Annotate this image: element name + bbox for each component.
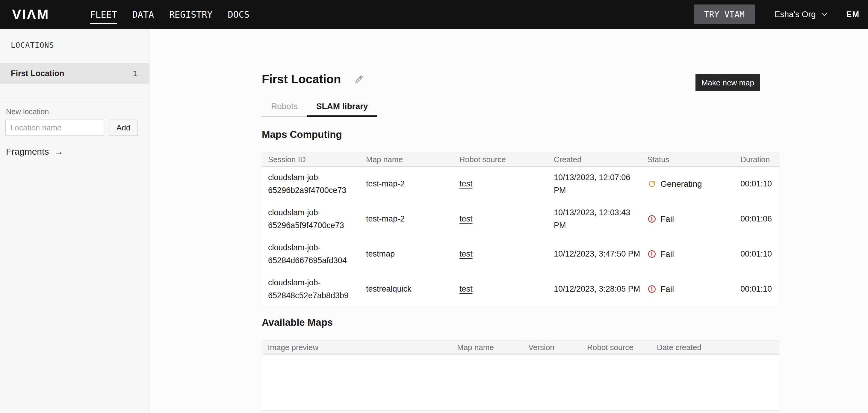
- locations-heading: LOCATIONS: [11, 41, 149, 50]
- maps-computing-heading: Maps Computing: [262, 129, 779, 140]
- main-area: First Location Make new map Robots SLAM …: [150, 29, 868, 413]
- status-badge: Fail: [647, 214, 735, 224]
- page-title: First Location: [262, 72, 341, 86]
- duration-cell: 00:01:06: [735, 201, 780, 236]
- robot-source-link[interactable]: test: [460, 249, 473, 258]
- fail-icon: [647, 249, 656, 259]
- status-label: Fail: [660, 249, 674, 259]
- maps-computing-rows: cloudslam-job-65296b2a9f4700ce73test-map…: [262, 166, 780, 306]
- nav-link-data[interactable]: DATA: [132, 1, 154, 28]
- fail-icon: [647, 214, 656, 224]
- maps-computing-row: cloudslam-job-65296b2a9f4700ce73test-map…: [262, 166, 780, 201]
- page-header: First Location Make new map: [262, 67, 779, 91]
- make-new-map-button[interactable]: Make new map: [695, 74, 760, 91]
- nav-link-docs[interactable]: DOCS: [228, 1, 249, 28]
- duration-cell: 00:01:10: [735, 271, 780, 306]
- status-badge: Fail: [647, 249, 735, 259]
- robot-source-link[interactable]: test: [460, 285, 473, 293]
- location-name-input[interactable]: [5, 120, 104, 136]
- new-location-form: Add: [5, 120, 149, 136]
- available-maps-table: Image preview Map name Version Robot sou…: [262, 341, 779, 411]
- status-label: Fail: [660, 285, 674, 294]
- session-id-cell: cloudslam-job-65296a5f9f4700ce73: [268, 206, 360, 232]
- tab-slam-library[interactable]: SLAM library: [307, 101, 377, 116]
- status-label: Fail: [660, 214, 674, 224]
- maps-computing-row: cloudslam-job-652848c52e7ab8d3b9testreal…: [262, 271, 780, 306]
- session-id-cell: cloudslam-job-65284d667695afd304: [268, 241, 360, 267]
- sidebar-divider: [0, 98, 149, 99]
- primary-nav: FLEET DATA REGISTRY DOCS: [90, 1, 249, 28]
- map-name-cell: testrealquick: [360, 271, 454, 306]
- new-location-label: New location: [6, 107, 149, 116]
- edit-location-name-button[interactable]: [354, 74, 364, 84]
- column-header-created: Created: [548, 153, 641, 166]
- location-name: First Location: [11, 69, 64, 78]
- column-header-image-preview: Image preview: [262, 341, 452, 354]
- column-header-duration: Duration: [735, 153, 780, 166]
- generating-icon: [647, 179, 656, 188]
- status-label: Generating: [660, 179, 702, 189]
- try-viam-button[interactable]: TRY VIAM: [694, 4, 755, 24]
- column-header-status: Status: [641, 153, 735, 166]
- duration-cell: 00:01:10: [735, 236, 780, 271]
- pencil-icon: [354, 74, 364, 84]
- chevron-down-icon: [821, 11, 828, 18]
- add-location-button[interactable]: Add: [109, 120, 138, 136]
- sidebar-item-first-location[interactable]: First Location 1: [0, 63, 149, 84]
- status-badge: Generating: [647, 179, 735, 189]
- duration-cell: 00:01:10: [735, 166, 780, 201]
- session-id-cell: cloudslam-job-652848c52e7ab8d3b9: [268, 276, 360, 302]
- map-name-cell: testmap: [360, 236, 454, 271]
- maps-computing-table: Session ID Map name Robot source Created…: [262, 152, 779, 307]
- session-id-cell: cloudslam-job-65296b2a9f4700ce73: [268, 171, 360, 197]
- top-nav: VIΛM FLEET DATA REGISTRY DOCS TRY VIAM E…: [0, 0, 868, 29]
- available-maps-empty-body: [262, 355, 779, 410]
- nav-divider: [68, 6, 68, 23]
- locations-sidebar: LOCATIONS First Location 1 New location …: [0, 29, 150, 413]
- available-maps-header-row: Image preview Map name Version Robot sou…: [262, 341, 780, 354]
- tab-bar: Robots SLAM library: [262, 101, 377, 117]
- robot-source-link[interactable]: test: [460, 179, 473, 188]
- column-header-map-name: Map name: [360, 153, 454, 166]
- maps-computing-header-row: Session ID Map name Robot source Created…: [262, 153, 780, 166]
- location-robot-count: 1: [133, 69, 137, 78]
- created-cell: 10/13/2023, 12:07:06 PM: [554, 171, 641, 197]
- maps-computing-row: cloudslam-job-65296a5f9f4700ce73test-map…: [262, 201, 780, 236]
- created-cell: 10/12/2023, 3:47:50 PM: [554, 247, 641, 261]
- nav-right-group: TRY VIAM Esha's Org EM: [694, 4, 868, 24]
- nav-link-registry[interactable]: REGISTRY: [169, 1, 213, 28]
- map-name-cell: test-map-2: [360, 201, 454, 236]
- maps-computing-row: cloudslam-job-65284d667695afd304testmapt…: [262, 236, 780, 271]
- user-avatar[interactable]: EM: [846, 10, 860, 19]
- column-header-version: Version: [523, 341, 581, 354]
- column-header-robot-source: Robot source: [454, 153, 548, 166]
- robot-source-link[interactable]: test: [460, 214, 473, 223]
- org-switcher[interactable]: Esha's Org: [775, 9, 828, 19]
- column-header-map-name: Map name: [452, 341, 523, 354]
- column-header-session-id: Session ID: [262, 153, 360, 166]
- tab-robots[interactable]: Robots: [262, 101, 307, 116]
- fail-icon: [647, 285, 656, 294]
- available-maps-heading: Available Maps: [262, 317, 779, 328]
- fragments-label: Fragments: [6, 147, 49, 157]
- column-header-robot-source: Robot source: [581, 341, 651, 354]
- status-badge: Fail: [647, 285, 735, 294]
- created-cell: 10/12/2023, 3:28:05 PM: [554, 283, 641, 296]
- created-cell: 10/13/2023, 12:03:43 PM: [554, 206, 641, 232]
- org-name: Esha's Org: [775, 9, 816, 19]
- viam-logo[interactable]: VIΛM: [12, 6, 49, 23]
- fragments-link[interactable]: Fragments →: [6, 147, 63, 157]
- arrow-right-icon: →: [54, 147, 63, 157]
- map-name-cell: test-map-2: [360, 166, 454, 201]
- column-header-date-created: Date created: [651, 341, 780, 354]
- nav-link-fleet[interactable]: FLEET: [90, 1, 117, 28]
